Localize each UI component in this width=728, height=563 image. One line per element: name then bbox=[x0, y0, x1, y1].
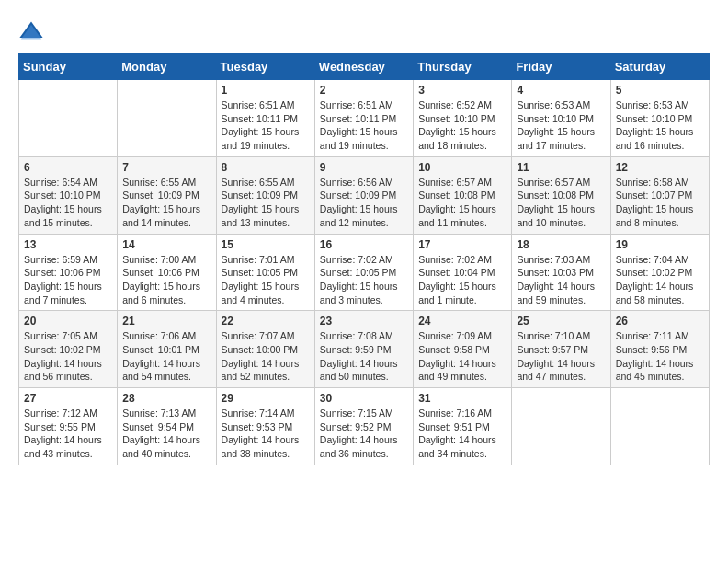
day-info: Sunrise: 7:10 AM Sunset: 9:57 PM Dayligh… bbox=[517, 329, 605, 384]
day-info: Sunrise: 6:55 AM Sunset: 10:09 PM Daylig… bbox=[122, 176, 210, 230]
day-number: 10 bbox=[418, 161, 506, 174]
day-number: 26 bbox=[616, 315, 704, 327]
day-number: 11 bbox=[517, 161, 605, 174]
day-info: Sunrise: 6:52 AM Sunset: 10:10 PM Daylig… bbox=[418, 98, 506, 153]
calendar-cell bbox=[118, 80, 216, 157]
day-number: 18 bbox=[517, 238, 605, 251]
calendar-cell: 14Sunrise: 7:00 AM Sunset: 10:06 PM Dayl… bbox=[118, 234, 216, 311]
day-number: 6 bbox=[24, 161, 112, 174]
day-number: 27 bbox=[24, 392, 112, 405]
day-number: 1 bbox=[222, 84, 310, 97]
day-number: 2 bbox=[320, 84, 408, 97]
day-info: Sunrise: 6:56 AM Sunset: 10:09 PM Daylig… bbox=[320, 176, 408, 230]
day-number: 29 bbox=[222, 392, 310, 405]
day-info: Sunrise: 6:59 AM Sunset: 10:06 PM Daylig… bbox=[24, 253, 112, 307]
calendar-cell: 23Sunrise: 7:08 AM Sunset: 9:59 PM Dayli… bbox=[314, 311, 413, 388]
calendar-cell: 15Sunrise: 7:01 AM Sunset: 10:05 PM Dayl… bbox=[216, 234, 314, 311]
day-info: Sunrise: 6:51 AM Sunset: 10:11 PM Daylig… bbox=[222, 98, 310, 153]
day-info: Sunrise: 6:58 AM Sunset: 10:07 PM Daylig… bbox=[616, 176, 704, 230]
day-number: 15 bbox=[222, 238, 310, 251]
calendar-week-row: 20Sunrise: 7:05 AM Sunset: 10:02 PM Dayl… bbox=[19, 311, 710, 388]
calendar-cell: 29Sunrise: 7:14 AM Sunset: 9:53 PM Dayli… bbox=[216, 388, 314, 465]
calendar-cell: 31Sunrise: 7:16 AM Sunset: 9:51 PM Dayli… bbox=[414, 388, 512, 465]
day-info: Sunrise: 7:02 AM Sunset: 10:05 PM Daylig… bbox=[320, 253, 408, 307]
day-number: 14 bbox=[122, 238, 210, 251]
calendar-cell: 22Sunrise: 7:07 AM Sunset: 10:00 PM Dayl… bbox=[216, 311, 314, 388]
calendar-cell: 5Sunrise: 6:53 AM Sunset: 10:10 PM Dayli… bbox=[610, 80, 709, 157]
calendar-cell: 1Sunrise: 6:51 AM Sunset: 10:11 PM Dayli… bbox=[216, 80, 314, 157]
day-number: 16 bbox=[320, 238, 408, 251]
day-info: Sunrise: 7:03 AM Sunset: 10:03 PM Daylig… bbox=[517, 253, 605, 307]
day-info: Sunrise: 6:55 AM Sunset: 10:09 PM Daylig… bbox=[222, 176, 310, 230]
day-info: Sunrise: 7:14 AM Sunset: 9:53 PM Dayligh… bbox=[222, 407, 310, 461]
calendar-cell: 17Sunrise: 7:02 AM Sunset: 10:04 PM Dayl… bbox=[414, 234, 512, 311]
calendar-cell bbox=[610, 388, 709, 465]
calendar: SundayMondayTuesdayWednesdayThursdayFrid… bbox=[18, 53, 710, 465]
day-number: 20 bbox=[24, 315, 112, 327]
day-number: 21 bbox=[122, 315, 210, 327]
day-info: Sunrise: 7:16 AM Sunset: 9:51 PM Dayligh… bbox=[418, 407, 506, 461]
calendar-cell: 26Sunrise: 7:11 AM Sunset: 9:56 PM Dayli… bbox=[610, 311, 709, 388]
calendar-cell: 25Sunrise: 7:10 AM Sunset: 9:57 PM Dayli… bbox=[512, 311, 610, 388]
calendar-cell: 4Sunrise: 6:53 AM Sunset: 10:10 PM Dayli… bbox=[512, 80, 610, 157]
day-number: 23 bbox=[320, 315, 408, 327]
calendar-cell: 28Sunrise: 7:13 AM Sunset: 9:54 PM Dayli… bbox=[118, 388, 216, 465]
calendar-cell: 8Sunrise: 6:55 AM Sunset: 10:09 PM Dayli… bbox=[216, 156, 314, 234]
calendar-cell: 24Sunrise: 7:09 AM Sunset: 9:58 PM Dayli… bbox=[414, 311, 512, 388]
calendar-cell: 6Sunrise: 6:54 AM Sunset: 10:10 PM Dayli… bbox=[19, 156, 118, 234]
day-info: Sunrise: 7:04 AM Sunset: 10:02 PM Daylig… bbox=[616, 253, 704, 307]
day-header-monday: Monday bbox=[118, 54, 216, 80]
day-info: Sunrise: 7:02 AM Sunset: 10:04 PM Daylig… bbox=[418, 253, 506, 307]
day-number: 7 bbox=[122, 161, 210, 174]
day-info: Sunrise: 7:07 AM Sunset: 10:00 PM Daylig… bbox=[222, 329, 310, 384]
day-info: Sunrise: 7:11 AM Sunset: 9:56 PM Dayligh… bbox=[616, 329, 704, 384]
calendar-cell: 11Sunrise: 6:57 AM Sunset: 10:08 PM Dayl… bbox=[512, 156, 610, 234]
day-header-sunday: Sunday bbox=[19, 54, 118, 80]
day-header-tuesday: Tuesday bbox=[216, 54, 314, 80]
day-info: Sunrise: 7:15 AM Sunset: 9:52 PM Dayligh… bbox=[320, 407, 408, 461]
page-header bbox=[18, 18, 710, 44]
logo-icon bbox=[18, 18, 44, 44]
calendar-week-row: 27Sunrise: 7:12 AM Sunset: 9:55 PM Dayli… bbox=[19, 388, 710, 465]
calendar-cell: 9Sunrise: 6:56 AM Sunset: 10:09 PM Dayli… bbox=[314, 156, 413, 234]
day-number: 4 bbox=[517, 84, 605, 97]
day-number: 3 bbox=[418, 84, 506, 97]
calendar-week-row: 6Sunrise: 6:54 AM Sunset: 10:10 PM Dayli… bbox=[19, 156, 710, 234]
day-info: Sunrise: 6:57 AM Sunset: 10:08 PM Daylig… bbox=[517, 176, 605, 230]
day-number: 9 bbox=[320, 161, 408, 174]
day-info: Sunrise: 7:09 AM Sunset: 9:58 PM Dayligh… bbox=[418, 329, 506, 384]
calendar-cell: 19Sunrise: 7:04 AM Sunset: 10:02 PM Dayl… bbox=[610, 234, 709, 311]
calendar-cell: 27Sunrise: 7:12 AM Sunset: 9:55 PM Dayli… bbox=[19, 388, 118, 465]
day-header-wednesday: Wednesday bbox=[314, 54, 413, 80]
day-info: Sunrise: 6:57 AM Sunset: 10:08 PM Daylig… bbox=[418, 176, 506, 230]
day-number: 25 bbox=[517, 315, 605, 327]
calendar-cell bbox=[19, 80, 118, 157]
day-info: Sunrise: 6:53 AM Sunset: 10:10 PM Daylig… bbox=[616, 98, 704, 153]
day-number: 30 bbox=[320, 392, 408, 405]
day-info: Sunrise: 6:51 AM Sunset: 10:11 PM Daylig… bbox=[320, 98, 408, 153]
calendar-cell: 20Sunrise: 7:05 AM Sunset: 10:02 PM Dayl… bbox=[19, 311, 118, 388]
day-info: Sunrise: 6:54 AM Sunset: 10:10 PM Daylig… bbox=[24, 176, 112, 230]
calendar-header-row: SundayMondayTuesdayWednesdayThursdayFrid… bbox=[19, 54, 710, 80]
day-number: 8 bbox=[222, 161, 310, 174]
day-header-saturday: Saturday bbox=[610, 54, 709, 80]
calendar-cell: 21Sunrise: 7:06 AM Sunset: 10:01 PM Dayl… bbox=[118, 311, 216, 388]
calendar-cell: 18Sunrise: 7:03 AM Sunset: 10:03 PM Dayl… bbox=[512, 234, 610, 311]
day-number: 13 bbox=[24, 238, 112, 251]
calendar-cell: 30Sunrise: 7:15 AM Sunset: 9:52 PM Dayli… bbox=[314, 388, 413, 465]
day-number: 17 bbox=[418, 238, 506, 251]
day-number: 12 bbox=[616, 161, 704, 174]
logo bbox=[18, 18, 46, 44]
day-info: Sunrise: 7:12 AM Sunset: 9:55 PM Dayligh… bbox=[24, 407, 112, 461]
day-info: Sunrise: 7:05 AM Sunset: 10:02 PM Daylig… bbox=[24, 329, 112, 384]
day-number: 24 bbox=[418, 315, 506, 327]
calendar-cell: 7Sunrise: 6:55 AM Sunset: 10:09 PM Dayli… bbox=[118, 156, 216, 234]
day-info: Sunrise: 7:13 AM Sunset: 9:54 PM Dayligh… bbox=[122, 407, 210, 461]
day-number: 22 bbox=[222, 315, 310, 327]
day-info: Sunrise: 7:06 AM Sunset: 10:01 PM Daylig… bbox=[122, 329, 210, 384]
calendar-cell: 10Sunrise: 6:57 AM Sunset: 10:08 PM Dayl… bbox=[414, 156, 512, 234]
day-number: 28 bbox=[122, 392, 210, 405]
day-info: Sunrise: 7:01 AM Sunset: 10:05 PM Daylig… bbox=[222, 253, 310, 307]
day-info: Sunrise: 7:00 AM Sunset: 10:06 PM Daylig… bbox=[122, 253, 210, 307]
calendar-week-row: 1Sunrise: 6:51 AM Sunset: 10:11 PM Dayli… bbox=[19, 80, 710, 157]
